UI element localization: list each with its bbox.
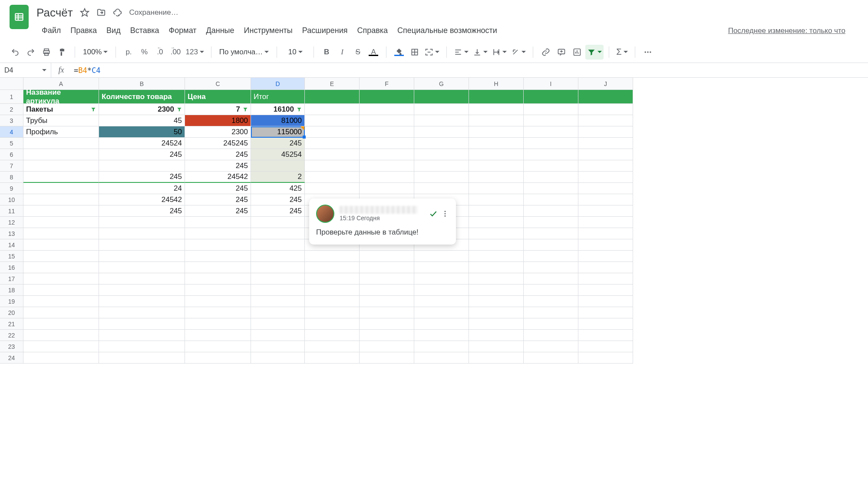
cell-G22[interactable] bbox=[414, 330, 469, 341]
cell-D16[interactable] bbox=[251, 262, 305, 273]
sheets-logo-icon[interactable] bbox=[10, 5, 29, 29]
format-currency-button[interactable]: р. bbox=[121, 45, 136, 60]
cell-C9[interactable]: 245 bbox=[185, 183, 251, 194]
cell-A22[interactable] bbox=[23, 330, 99, 341]
cell-B24[interactable] bbox=[99, 352, 185, 364]
cell-I15[interactable] bbox=[524, 251, 578, 262]
cell-D7[interactable] bbox=[251, 160, 305, 172]
formula-bar[interactable]: = B4 * C4 bbox=[71, 63, 868, 77]
cell-D3[interactable]: 81000 bbox=[251, 115, 305, 126]
cell-D23[interactable] bbox=[251, 341, 305, 352]
cell-C14[interactable] bbox=[185, 239, 251, 251]
text-rotate-button[interactable] bbox=[509, 45, 528, 60]
cell-H11[interactable] bbox=[469, 205, 524, 217]
cell-H13[interactable] bbox=[469, 228, 524, 239]
row-header-21[interactable]: 21 bbox=[0, 318, 23, 330]
menu-insert[interactable]: Вставка bbox=[126, 23, 164, 38]
cell-I8[interactable] bbox=[524, 172, 578, 183]
cell-I14[interactable] bbox=[524, 239, 578, 251]
print-button[interactable] bbox=[39, 45, 54, 60]
cell-H14[interactable] bbox=[469, 239, 524, 251]
cell-E17[interactable] bbox=[305, 273, 360, 285]
cell-H20[interactable] bbox=[469, 307, 524, 318]
cell-E6[interactable] bbox=[305, 149, 360, 160]
cell-G9[interactable] bbox=[414, 183, 469, 194]
cell-I7[interactable] bbox=[524, 160, 578, 172]
cell-I5[interactable] bbox=[524, 138, 578, 149]
document-title[interactable]: Расчёт bbox=[36, 6, 73, 20]
insert-link-button[interactable] bbox=[538, 45, 553, 60]
cell-J10[interactable] bbox=[578, 194, 633, 205]
last-edit-link[interactable]: Последнее изменение: только что bbox=[728, 26, 858, 35]
cell-F20[interactable] bbox=[360, 307, 414, 318]
filter-icon[interactable] bbox=[90, 106, 97, 113]
row-header-10[interactable]: 10 bbox=[0, 194, 23, 205]
cell-C7[interactable]: 245 bbox=[185, 160, 251, 172]
cell-C3[interactable]: 1800 bbox=[185, 115, 251, 126]
row-header-7[interactable]: 7 bbox=[0, 160, 23, 172]
cell-I4[interactable] bbox=[524, 126, 578, 138]
col-header-F[interactable]: F bbox=[360, 78, 414, 90]
cell-J7[interactable] bbox=[578, 160, 633, 172]
cell-G3[interactable] bbox=[414, 115, 469, 126]
cell-G19[interactable] bbox=[414, 296, 469, 307]
cell-A12[interactable] bbox=[23, 217, 99, 228]
cell-F17[interactable] bbox=[360, 273, 414, 285]
cell-J23[interactable] bbox=[578, 341, 633, 352]
cell-D15[interactable] bbox=[251, 251, 305, 262]
cell-D12[interactable] bbox=[251, 217, 305, 228]
cell-F3[interactable] bbox=[360, 115, 414, 126]
cell-B9[interactable]: 24 bbox=[99, 183, 185, 194]
cell-B4[interactable]: 50 bbox=[99, 126, 185, 138]
merge-cells-button[interactable] bbox=[423, 45, 441, 60]
cell-F4[interactable] bbox=[360, 126, 414, 138]
cell-H16[interactable] bbox=[469, 262, 524, 273]
cell-I2[interactable] bbox=[524, 104, 578, 115]
resolve-comment-button[interactable] bbox=[429, 209, 438, 218]
cell-B20[interactable] bbox=[99, 307, 185, 318]
cell-J21[interactable] bbox=[578, 318, 633, 330]
cell-E1[interactable] bbox=[305, 90, 360, 104]
cell-C19[interactable] bbox=[185, 296, 251, 307]
row-header-23[interactable]: 23 bbox=[0, 341, 23, 352]
filter-icon[interactable] bbox=[242, 106, 249, 113]
cell-C10[interactable]: 245 bbox=[185, 194, 251, 205]
cell-A2[interactable]: Пакеты bbox=[23, 104, 99, 115]
cell-A11[interactable] bbox=[23, 205, 99, 217]
cell-A19[interactable] bbox=[23, 296, 99, 307]
cell-F24[interactable] bbox=[360, 352, 414, 364]
menu-tools[interactable]: Инструменты bbox=[240, 23, 297, 38]
cell-F1[interactable] bbox=[360, 90, 414, 104]
cell-D18[interactable] bbox=[251, 285, 305, 296]
cell-G2[interactable] bbox=[414, 104, 469, 115]
cell-A17[interactable] bbox=[23, 273, 99, 285]
cell-B10[interactable]: 24542 bbox=[99, 194, 185, 205]
italic-button[interactable]: I bbox=[335, 45, 350, 60]
cell-J4[interactable] bbox=[578, 126, 633, 138]
cell-C18[interactable] bbox=[185, 285, 251, 296]
cell-H5[interactable] bbox=[469, 138, 524, 149]
cell-C1[interactable]: Цена bbox=[185, 90, 251, 104]
cell-I1[interactable] bbox=[524, 90, 578, 104]
cell-F23[interactable] bbox=[360, 341, 414, 352]
cell-B15[interactable] bbox=[99, 251, 185, 262]
row-header-1[interactable]: 1 bbox=[0, 90, 23, 104]
undo-button[interactable] bbox=[8, 45, 23, 60]
cell-I18[interactable] bbox=[524, 285, 578, 296]
bold-button[interactable]: B bbox=[319, 45, 334, 60]
text-color-button[interactable]: A bbox=[366, 45, 381, 60]
cell-G15[interactable] bbox=[414, 251, 469, 262]
cell-A9[interactable] bbox=[23, 183, 99, 194]
cell-B23[interactable] bbox=[99, 341, 185, 352]
cell-A21[interactable] bbox=[23, 318, 99, 330]
fill-handle[interactable] bbox=[303, 136, 306, 139]
cell-C12[interactable] bbox=[185, 217, 251, 228]
cell-J16[interactable] bbox=[578, 262, 633, 273]
cell-A14[interactable] bbox=[23, 239, 99, 251]
col-header-C[interactable]: C bbox=[185, 78, 251, 90]
cell-C22[interactable] bbox=[185, 330, 251, 341]
decrease-decimal-button[interactable]: .0← bbox=[152, 45, 167, 60]
cell-D6[interactable]: 45254 bbox=[251, 149, 305, 160]
filter-icon[interactable] bbox=[176, 106, 183, 113]
cell-G17[interactable] bbox=[414, 273, 469, 285]
